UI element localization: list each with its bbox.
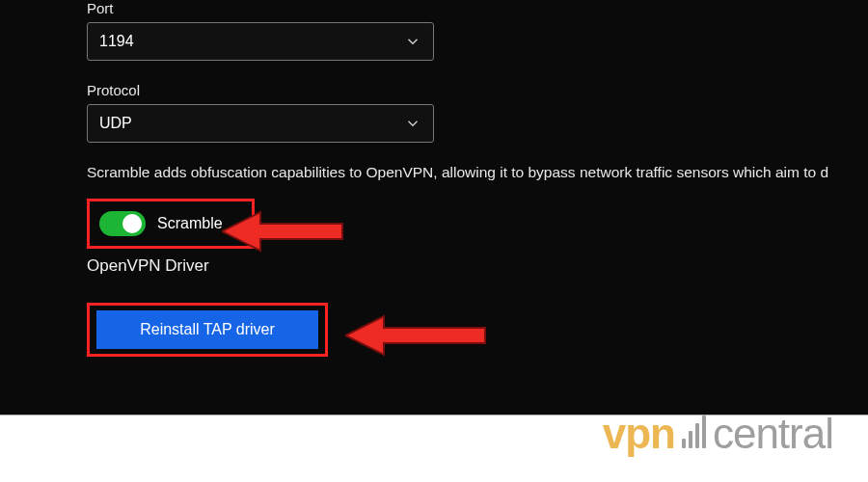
port-value: 1194 — [99, 33, 134, 50]
port-select[interactable]: 1194 — [87, 22, 434, 61]
reinstall-tap-driver-button[interactable]: Reinstall TAP driver — [96, 310, 318, 349]
scramble-label: Scramble — [157, 215, 223, 232]
scramble-description: Scramble adds obfuscation capabilities t… — [87, 164, 868, 181]
protocol-value: UDP — [99, 115, 132, 132]
port-label: Port — [87, 0, 868, 16]
watermark-vpn: vpn — [603, 413, 675, 455]
arrow-annotation-icon — [222, 204, 347, 258]
settings-panel: Port 1194 Protocol UDP Scramble adds obf… — [0, 0, 868, 415]
arrow-annotation-icon — [345, 308, 490, 362]
chevron-down-icon — [404, 115, 421, 132]
signal-bars-icon — [682, 415, 706, 448]
protocol-label: Protocol — [87, 82, 868, 98]
watermark-central: central — [713, 413, 833, 455]
toggle-knob — [122, 214, 142, 233]
protocol-select[interactable]: UDP — [87, 104, 434, 143]
reinstall-highlight-box: Reinstall TAP driver — [87, 303, 328, 357]
scramble-toggle[interactable] — [99, 211, 146, 236]
svg-marker-1 — [345, 316, 485, 355]
svg-marker-0 — [222, 212, 342, 251]
vpncentral-watermark: vpn central — [603, 413, 833, 455]
openvpn-driver-label: OpenVPN Driver — [87, 256, 868, 276]
chevron-down-icon — [404, 33, 421, 50]
